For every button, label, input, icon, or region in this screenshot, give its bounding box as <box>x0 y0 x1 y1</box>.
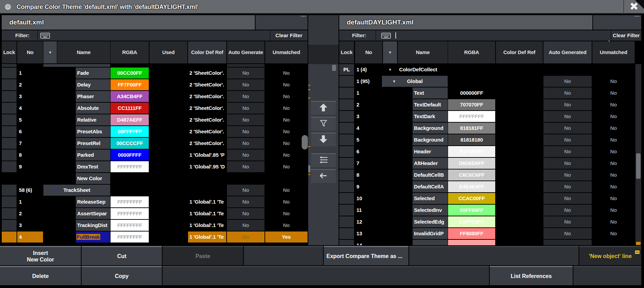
no-cell[interactable]: 1 <box>355 88 382 99</box>
auto-generated-cell[interactable]: No <box>543 158 592 169</box>
no-cell[interactable]: 2 <box>17 79 43 90</box>
lock-cell[interactable] <box>2 91 17 102</box>
auto-generated-cell[interactable]: No <box>543 88 592 99</box>
unmatched-cell[interactable]: No <box>592 193 635 204</box>
auto-generated-cell[interactable]: No <box>227 103 264 114</box>
no-cell[interactable]: 9 <box>355 181 382 192</box>
lock-cell[interactable] <box>2 126 17 137</box>
rgba-swatch-cell[interactable]: FF7F00FF <box>111 79 149 90</box>
no-cell[interactable]: 7 <box>355 158 382 169</box>
color-def-ref-cell[interactable]: 1 'Global'.95 'D <box>188 161 226 172</box>
auto-generated-cell[interactable]: No <box>227 138 264 149</box>
name-cell[interactable]: PresetAbs <box>76 126 110 137</box>
no-cell[interactable]: 4 <box>17 103 43 114</box>
new-color-row[interactable]: New Color <box>76 173 110 184</box>
unmatched-cell[interactable]: No <box>592 123 635 134</box>
name-cell[interactable]: Absolute <box>76 103 110 114</box>
keyboard-icon[interactable] <box>40 33 50 40</box>
lock-cell[interactable] <box>2 114 17 125</box>
name-cell[interactable]: DmxTest <box>76 161 110 172</box>
no-cell[interactable]: 6 <box>17 126 43 137</box>
list-references-button[interactable]: List References <box>490 266 573 285</box>
column-header-no[interactable]: No <box>17 41 43 63</box>
column-header-unmatched[interactable]: Unmatched <box>265 41 308 63</box>
no-cell[interactable]: 8 <box>355 169 382 181</box>
scrollbar-thumb[interactable] <box>332 65 336 71</box>
column-header-name[interactable]: Name <box>57 41 110 63</box>
unmatched-cell[interactable]: No <box>592 169 635 181</box>
rgba-swatch-cell[interactable]: 80FF80FF <box>448 205 495 216</box>
select-base-theme-button[interactable]: ⋯ Select Base Theme <box>256 15 308 30</box>
scrollbar-thumb[interactable] <box>636 153 641 179</box>
name-cell[interactable]: DefaultCellA <box>413 181 448 192</box>
name-cell[interactable]: Selected <box>413 193 448 204</box>
no-cell[interactable]: 13 <box>355 228 382 239</box>
column-header-lock[interactable]: Lock <box>339 41 354 63</box>
no-cell[interactable]: 3 <box>17 91 43 102</box>
lock-cell[interactable] <box>2 103 17 114</box>
unmatched-cell[interactable]: No <box>592 99 635 110</box>
auto-generated-cell[interactable]: No <box>227 150 264 161</box>
auto-generated-cell[interactable]: No <box>227 114 264 125</box>
unmatched-cell[interactable]: No <box>265 185 308 196</box>
color-def-ref-cell[interactable]: 2 'SheetColor'. <box>188 114 226 125</box>
name-cell[interactable]: Background <box>413 123 448 134</box>
cut-button[interactable]: Cut <box>82 246 162 265</box>
column-header-auto-generate[interactable]: Auto Generate <box>227 41 264 63</box>
auto-generated-cell[interactable]: No <box>227 220 264 231</box>
group-row-cell[interactable]: ▼Global <box>382 76 448 87</box>
unmatched-cell[interactable]: No <box>592 134 635 145</box>
auto-generated-cell[interactable]: No <box>227 91 264 102</box>
column-header-no[interactable]: No <box>355 41 382 63</box>
lock-cell[interactable] <box>339 123 354 134</box>
rgba-swatch-cell[interactable]: D487AEFF <box>111 114 149 125</box>
lock-cell[interactable] <box>339 205 354 216</box>
rgba-swatch-cell[interactable]: E4E4E4FF <box>448 181 495 192</box>
color-def-ref-cell[interactable]: 2 'SheetColor'. <box>188 79 226 90</box>
no-cell[interactable]: 11 <box>355 205 382 216</box>
keyboard-icon[interactable] <box>381 33 391 40</box>
name-cell[interactable]: Relative <box>76 114 110 125</box>
clear-filter-button[interactable]: Clear Filter <box>611 30 641 41</box>
auto-generated-cell[interactable]: No <box>227 161 264 172</box>
lock-cell[interactable] <box>2 208 17 219</box>
name-cell[interactable]: Fade <box>76 68 110 79</box>
color-def-ref-cell[interactable]: 2 'SheetColor'. <box>188 138 226 149</box>
unmatched-cell[interactable]: No <box>592 111 635 122</box>
compare-table-scrollbar[interactable] <box>635 64 641 245</box>
move-up-button[interactable] <box>311 101 336 115</box>
auto-generated-cell[interactable]: No <box>227 79 264 90</box>
unmatched-cell[interactable]: No <box>265 79 308 90</box>
unmatched-cell[interactable]: No <box>592 88 635 99</box>
name-cell[interactable]: PresetRel <box>76 138 110 149</box>
color-def-ref-cell[interactable]: 1 'Global'.1 'Te <box>188 220 226 231</box>
no-cell[interactable]: 10 <box>355 193 382 204</box>
gear-icon[interactable] <box>3 2 12 11</box>
name-cell[interactable]: AltHeader <box>413 158 448 169</box>
name-cell[interactable]: TextDark <box>413 111 448 122</box>
auto-generated-cell[interactable]: No <box>543 99 592 110</box>
unmatched-cell[interactable]: No <box>265 150 308 161</box>
column-header-lock[interactable]: Lock <box>2 41 17 63</box>
no-cell[interactable]: 9 <box>17 161 43 172</box>
unmatched-cell[interactable]: No <box>265 114 308 125</box>
no-cell[interactable]: 2 <box>355 99 382 110</box>
unmatched-cell[interactable]: No <box>265 91 308 102</box>
name-cell[interactable]: ReleaseSep <box>76 196 110 207</box>
unmatched-cell[interactable]: No <box>265 138 308 149</box>
rgba-swatch-cell[interactable]: FFFFFFFF <box>111 161 149 172</box>
rgba-swatch-cell[interactable]: E1FFC2FF <box>448 216 495 227</box>
auto-generated-cell[interactable]: No <box>543 169 592 181</box>
lock-cell[interactable] <box>339 88 354 99</box>
name-cell[interactable]: Parked <box>76 150 110 161</box>
delete-button[interactable]: Delete <box>0 266 81 285</box>
lock-cell[interactable] <box>2 185 17 196</box>
column-header-rgba[interactable]: RGBA <box>448 41 495 63</box>
lock-cell[interactable] <box>339 111 354 122</box>
no-cell[interactable]: 3 <box>355 111 382 122</box>
lock-cell[interactable] <box>339 181 354 192</box>
lock-cell[interactable] <box>2 79 17 90</box>
lock-cell[interactable] <box>2 150 17 161</box>
unmatched-cell[interactable]: No <box>592 216 635 227</box>
rgba-swatch-cell[interactable]: CC1111FF <box>111 103 149 114</box>
